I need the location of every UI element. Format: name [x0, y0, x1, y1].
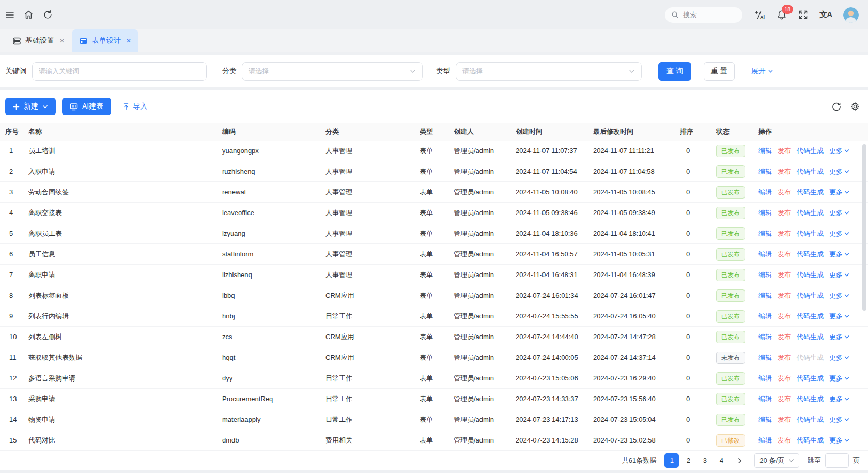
edit-action[interactable]: 编辑 — [758, 374, 772, 383]
edit-action[interactable]: 编辑 — [758, 332, 772, 342]
page-button-1[interactable]: 1 — [664, 453, 679, 468]
codegen-action[interactable]: 代码生成 — [797, 436, 824, 445]
publish-action[interactable]: 发布 — [778, 250, 791, 259]
more-action[interactable]: 更多 — [829, 146, 849, 156]
codegen-action[interactable]: 代码生成 — [797, 188, 824, 197]
tab-form-design[interactable]: 表单设计 ✕ — [72, 29, 138, 52]
row-creator-cell: 管理员/admin — [454, 332, 516, 342]
publish-action[interactable]: 发布 — [778, 208, 791, 218]
more-action[interactable]: 更多 — [829, 415, 849, 424]
edit-action[interactable]: 编辑 — [758, 167, 772, 176]
column-header-creator: 创建人 — [454, 127, 516, 136]
codegen-action[interactable]: 代码生成 — [797, 250, 824, 259]
import-link[interactable]: 导入 — [122, 102, 147, 111]
edit-action[interactable]: 编辑 — [758, 394, 772, 404]
publish-action[interactable]: 发布 — [778, 436, 791, 445]
edit-action[interactable]: 编辑 — [758, 436, 772, 445]
more-action[interactable]: 更多 — [829, 291, 849, 300]
codegen-action[interactable]: 代码生成 — [797, 394, 824, 404]
close-icon[interactable]: ✕ — [59, 37, 65, 44]
row-name-cell: 员工培训 — [28, 146, 222, 156]
more-action[interactable]: 更多 — [829, 270, 849, 280]
search-input[interactable] — [683, 11, 735, 19]
column-settings-gear-icon[interactable] — [850, 102, 860, 111]
edit-action[interactable]: 编辑 — [758, 353, 772, 362]
codegen-action[interactable]: 代码生成 — [797, 229, 824, 238]
codegen-action[interactable]: 代码生成 — [797, 312, 824, 321]
page-button-2[interactable]: 2 — [681, 453, 695, 468]
reload-icon[interactable] — [43, 10, 53, 20]
more-action[interactable]: 更多 — [829, 188, 849, 197]
more-action[interactable]: 更多 — [829, 167, 849, 176]
publish-action[interactable]: 发布 — [778, 353, 791, 362]
refresh-table-icon[interactable] — [832, 102, 841, 111]
page-jump-input[interactable] — [825, 453, 849, 468]
tab-basic-settings[interactable]: 基础设置 ✕ — [5, 29, 72, 52]
row-type-cell: 表单 — [420, 436, 454, 445]
edit-action[interactable]: 编辑 — [758, 250, 772, 259]
codegen-action[interactable]: 代码生成 — [797, 167, 824, 176]
codegen-action[interactable]: 代码生成 — [797, 332, 824, 342]
ai-assistant-icon[interactable]: Ai — [754, 10, 765, 20]
more-action[interactable]: 更多 — [829, 436, 849, 445]
next-page-button[interactable] — [733, 453, 747, 468]
column-header-status: 状态 — [716, 127, 758, 136]
publish-action[interactable]: 发布 — [778, 146, 791, 156]
more-action[interactable]: 更多 — [829, 394, 849, 404]
new-button[interactable]: 新建 — [5, 98, 56, 115]
edit-action[interactable]: 编辑 — [758, 270, 772, 280]
category-select[interactable]: 请选择 — [242, 62, 423, 81]
publish-action[interactable]: 发布 — [778, 229, 791, 238]
codegen-action[interactable]: 代码生成 — [797, 146, 824, 156]
global-search[interactable] — [665, 7, 742, 23]
more-action[interactable]: 更多 — [829, 353, 849, 362]
more-action[interactable]: 更多 — [829, 208, 849, 218]
publish-action[interactable]: 发布 — [778, 312, 791, 321]
codegen-action[interactable]: 代码生成 — [797, 291, 824, 300]
row-sort-cell: 0 — [680, 354, 716, 361]
edit-action[interactable]: 编辑 — [758, 415, 772, 424]
publish-action[interactable]: 发布 — [778, 291, 791, 300]
publish-action[interactable]: 发布 — [778, 167, 791, 176]
edit-action[interactable]: 编辑 — [758, 208, 772, 218]
publish-action[interactable]: 发布 — [778, 270, 791, 280]
fullscreen-icon[interactable] — [798, 10, 808, 20]
publish-action[interactable]: 发布 — [778, 332, 791, 342]
page-button-4[interactable]: 4 — [714, 453, 729, 468]
publish-action[interactable]: 发布 — [778, 374, 791, 383]
codegen-action[interactable]: 代码生成 — [797, 374, 824, 383]
more-action[interactable]: 更多 — [829, 229, 849, 238]
vertical-scrollbar[interactable] — [862, 144, 866, 311]
edit-action[interactable]: 编辑 — [758, 291, 772, 300]
edit-action[interactable]: 编辑 — [758, 188, 772, 197]
codegen-action[interactable]: 代码生成 — [797, 415, 824, 424]
menu-collapse-icon[interactable] — [5, 10, 14, 20]
keyword-input[interactable] — [32, 62, 207, 81]
publish-action[interactable]: 发布 — [778, 394, 791, 404]
ai-create-table-button[interactable]: AI建表 — [62, 98, 111, 115]
publish-action[interactable]: 发布 — [778, 415, 791, 424]
type-select[interactable]: 请选择 — [456, 62, 642, 81]
edit-action[interactable]: 编辑 — [758, 229, 772, 238]
publish-action[interactable]: 发布 — [778, 188, 791, 197]
row-modified-cell: 2024-11-05 10:05:31 — [593, 250, 680, 258]
row-created-cell: 2024-11-04 16:50:57 — [516, 250, 593, 258]
page-size-select[interactable]: 20 条/页 — [754, 453, 799, 468]
close-icon[interactable]: ✕ — [126, 37, 131, 44]
expand-toggle[interactable]: 展开 — [751, 67, 773, 76]
home-icon[interactable] — [24, 10, 34, 20]
more-action[interactable]: 更多 — [829, 250, 849, 259]
notification-bell-icon[interactable]: 18 — [777, 10, 787, 20]
more-action[interactable]: 更多 — [829, 332, 849, 342]
user-avatar[interactable] — [843, 7, 859, 23]
query-button[interactable]: 查询 — [658, 62, 691, 81]
more-action[interactable]: 更多 — [829, 374, 849, 383]
reset-button[interactable]: 重置 — [704, 62, 735, 81]
codegen-action[interactable]: 代码生成 — [797, 208, 824, 218]
more-action[interactable]: 更多 — [829, 312, 849, 321]
language-switch-icon[interactable]: 文A — [819, 10, 832, 20]
edit-action[interactable]: 编辑 — [758, 146, 772, 156]
codegen-action[interactable]: 代码生成 — [797, 270, 824, 280]
page-button-3[interactable]: 3 — [698, 453, 712, 468]
edit-action[interactable]: 编辑 — [758, 312, 772, 321]
